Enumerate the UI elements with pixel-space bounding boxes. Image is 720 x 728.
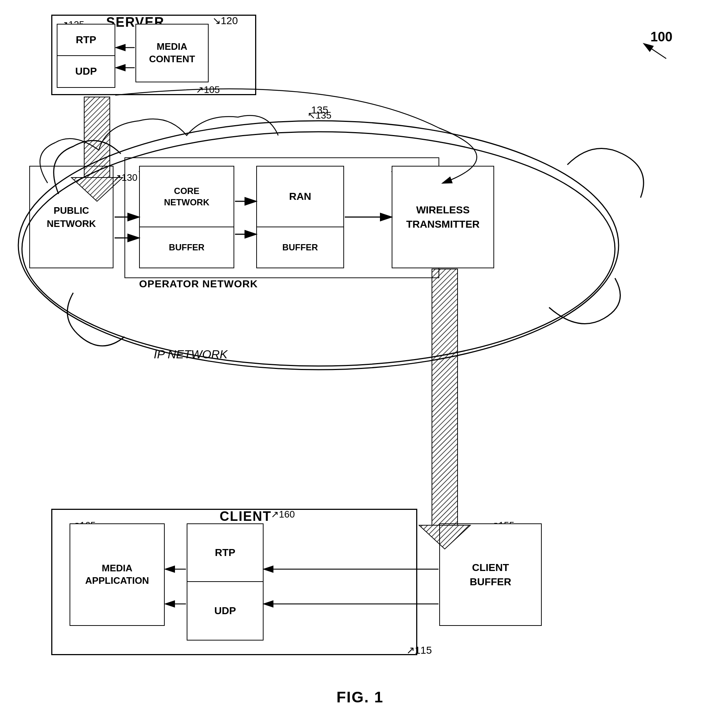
ref-115: ↗115 bbox=[406, 644, 432, 656]
wireless-transmitter-box: WIRELESSTRANSMITTER bbox=[392, 166, 494, 268]
media-application-label: MEDIAAPPLICATION bbox=[85, 562, 149, 587]
ref-100: 100 bbox=[650, 29, 673, 45]
diagram-container: 100 ↗125 SERVER ↘120 RTP UDP MEDIACONTEN… bbox=[0, 0, 720, 728]
media-application-box: MEDIAAPPLICATION bbox=[70, 523, 165, 626]
wireless-transmitter-label: WIRELESSTRANSMITTER bbox=[406, 203, 480, 231]
client-rtp: RTP bbox=[187, 524, 263, 582]
server-rtp-udp-box: RTP UDP bbox=[57, 24, 115, 88]
ref-120: ↘120 bbox=[212, 15, 238, 27]
ran-buffer: BUFFER bbox=[257, 227, 343, 268]
client-buffer-label: CLIENTBUFFER bbox=[469, 560, 511, 589]
ref-105: ↗105 bbox=[196, 84, 220, 96]
media-content-label: MEDIACONTENT bbox=[149, 41, 195, 66]
fig-label: FIG. 1 bbox=[336, 688, 384, 706]
server-udp: UDP bbox=[58, 56, 115, 87]
client-buffer-box: CLIENTBUFFER bbox=[439, 523, 542, 626]
ran-box: RAN BUFFER bbox=[256, 166, 344, 268]
svg-rect-12 bbox=[432, 269, 457, 525]
core-network-box: CORENETWORK BUFFER bbox=[139, 166, 234, 268]
ran-upper: RAN bbox=[257, 167, 343, 227]
server-rtp: RTP bbox=[58, 24, 115, 56]
public-network-label: PUBLIC NETWORK bbox=[30, 204, 113, 231]
ref-160: ↗160 bbox=[271, 509, 295, 520]
media-content-box: MEDIACONTENT bbox=[135, 24, 209, 83]
ip-network-label: IP NETWORK bbox=[154, 348, 227, 361]
public-network-box: PUBLIC NETWORK bbox=[29, 166, 113, 268]
client-rtp-udp-box: RTP UDP bbox=[186, 523, 264, 641]
ref-135-label: ↖135 bbox=[307, 110, 331, 121]
core-network-upper: CORENETWORK bbox=[140, 167, 234, 227]
client-udp: UDP bbox=[187, 582, 263, 640]
wireless-down-arrow bbox=[419, 269, 470, 549]
client-title: CLIENT bbox=[220, 509, 272, 524]
core-network-buffer: BUFFER bbox=[140, 227, 234, 268]
operator-network-label: OPERATOR NETWORK bbox=[139, 278, 258, 290]
ref-130: ↗130 bbox=[113, 172, 137, 184]
svg-rect-5 bbox=[84, 97, 110, 177]
svg-line-20 bbox=[644, 44, 666, 58]
